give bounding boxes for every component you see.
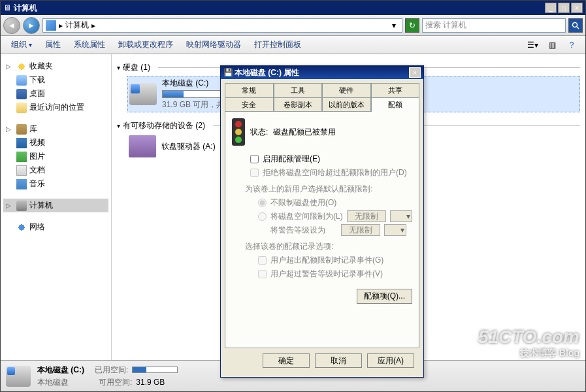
computer-icon [46, 20, 56, 31]
address-dropdown[interactable]: ▾ [389, 21, 399, 30]
music-icon [16, 179, 27, 189]
network-icon [16, 222, 27, 233]
properties-menu[interactable]: 属性 [40, 37, 66, 53]
cancel-button[interactable]: 取消 [315, 353, 362, 368]
sidebar-libraries[interactable]: ▷库 [3, 122, 108, 136]
refresh-button[interactable]: ↻ [405, 18, 419, 33]
chevron-down-icon: ▾ [117, 64, 120, 71]
log-warning-checkbox: 用户超过警告等级时记录事件(V) [258, 269, 412, 280]
library-icon [16, 124, 27, 135]
checkbox [258, 270, 267, 278]
video-icon [16, 138, 27, 148]
warning-unit-dropdown: ▾ [384, 224, 406, 236]
status-value: 磁盘配额已被禁用 [273, 127, 336, 138]
download-icon [16, 75, 27, 86]
minimize-button[interactable]: _ [545, 3, 557, 13]
radio [258, 199, 267, 207]
sidebar-favorites[interactable]: ▷收藏夹 [3, 59, 108, 73]
floppy-icon [129, 135, 156, 157]
sidebar-downloads[interactable]: 下载 [3, 73, 108, 87]
star-icon [16, 61, 27, 72]
sidebar-network[interactable]: 网络 [3, 220, 108, 234]
close-button[interactable]: × [571, 3, 583, 13]
help-button[interactable]: ? [564, 38, 579, 52]
quota-status: 状态: 磁盘配额已被禁用 [232, 118, 412, 146]
sidebar-pictures[interactable]: 图片 [3, 150, 108, 163]
sidebar-music[interactable]: 音乐 [3, 177, 108, 191]
ok-button[interactable]: 确定 [263, 353, 310, 368]
tab-content-quota: 状态: 磁盘配额已被禁用 启用配额管理(E) 拒绝将磁盘空间给超过配额限制的用户… [225, 111, 419, 348]
address-arrow: ▸ [59, 21, 63, 30]
desktop-icon [16, 89, 27, 99]
address-arrow: ▸ [91, 21, 95, 30]
map-drive-menu[interactable]: 映射网络驱动器 [181, 37, 246, 53]
radio-limit-row: 将磁盘空间限制为(L) 无限制 ▾ [258, 210, 412, 222]
uninstall-menu[interactable]: 卸载或更改程序 [113, 37, 178, 53]
tab-tools[interactable]: 工具 [274, 83, 323, 97]
dialog-titlebar: 💾 本地磁盘 (C:) 属性 × [221, 66, 423, 79]
tab-previous-versions[interactable]: 以前的版本 [322, 97, 371, 112]
sidebar-recent[interactable]: 最近访问的位置 [3, 101, 108, 114]
drive-icon: 💾 [223, 68, 233, 77]
traffic-light-icon [232, 118, 245, 146]
checkbox[interactable] [250, 155, 259, 163]
radio [258, 212, 267, 221]
tab-quota[interactable]: 配额 [371, 97, 420, 112]
enable-quota-checkbox[interactable]: 启用配额管理(E) [250, 154, 412, 165]
search-button[interactable] [568, 18, 583, 33]
chevron-down-icon: ▾ [117, 122, 120, 129]
system-properties-menu[interactable]: 系统属性 [69, 37, 110, 53]
dialog-buttons: 确定 取消 应用(A) [225, 348, 419, 373]
usage-bar [132, 367, 178, 373]
maximize-button[interactable]: □ [558, 3, 570, 13]
limit-unit-dropdown: ▾ [390, 210, 412, 222]
navigation-pane: ▷收藏夹 下载 桌面 最近访问的位置 ▷库 视频 图片 文档 音乐 ▷计算机 网… [1, 54, 112, 360]
tab-hardware[interactable]: 硬件 [322, 83, 371, 97]
warning-value-input: 无限制 [341, 224, 380, 236]
limit-value-input: 无限制 [347, 210, 386, 222]
view-options-button[interactable]: ☰▾ [525, 38, 540, 52]
sidebar-documents[interactable]: 文档 [3, 163, 108, 177]
status-free-label: 可用空间: [99, 377, 132, 388]
sidebar-desktop[interactable]: 桌面 [3, 87, 108, 101]
status-free-value: 31.9 GB [136, 378, 165, 387]
drive-name: 软盘驱动器 (A:) [161, 141, 216, 152]
computer-icon: 🖥 [3, 3, 11, 12]
radio-unlimited: 不限制磁盘使用(O) [258, 197, 412, 208]
window-title: 计算机 [11, 3, 545, 14]
warning-level-row: 将警告等级设为 无限制 ▾ [258, 224, 412, 236]
titlebar: 🖥 计算机 _ □ × [1, 1, 585, 15]
tab-strip: 常规 工具 硬件 共享 安全 卷影副本 以前的版本 配额 [225, 83, 419, 112]
sidebar-computer[interactable]: ▷计算机 [3, 199, 108, 212]
toolbar: 组织 属性 系统属性 卸载或更改程序 映射网络驱动器 打开控制面板 ☰▾ ▥ ? [1, 36, 585, 54]
svg-point-0 [573, 22, 578, 27]
tab-sharing[interactable]: 共享 [371, 83, 420, 97]
properties-dialog: 💾 本地磁盘 (C:) 属性 × 常规 工具 硬件 共享 安全 卷影副本 以前的… [220, 65, 424, 378]
hdd-icon [129, 83, 157, 105]
forward-button[interactable]: ► [23, 17, 40, 34]
sidebar-videos[interactable]: 视频 [3, 136, 108, 150]
log-exceed-checkbox: 用户超出配额限制时记录事件(G) [258, 255, 412, 266]
tab-general[interactable]: 常规 [225, 83, 274, 97]
deny-over-checkbox: 拒绝将磁盘空间给超过配额限制的用户(D) [250, 167, 412, 178]
preview-pane-button[interactable]: ▥ [545, 38, 559, 52]
back-button[interactable]: ◄ [3, 17, 20, 34]
control-panel-menu[interactable]: 打开控制面板 [249, 37, 306, 53]
hdd-icon [6, 366, 31, 387]
quota-entries-button[interactable]: 配额项(Q)... [357, 289, 412, 304]
tab-security[interactable]: 安全 [225, 97, 274, 112]
search-icon [572, 22, 579, 29]
apply-button[interactable]: 应用(A) [367, 353, 414, 368]
search-input[interactable]: 搜索 计算机 [422, 18, 566, 33]
organize-menu[interactable]: 组织 [6, 37, 37, 53]
checkbox [258, 256, 267, 265]
tab-shadow-copies[interactable]: 卷影副本 [274, 97, 323, 112]
address-bar[interactable]: ▸ 计算机 ▸ ▾ [42, 18, 402, 33]
address-text: 计算机 [65, 20, 89, 31]
default-limit-label: 为该卷上的新用户选择默认配额限制: [245, 184, 412, 195]
search-placeholder: 搜索 计算机 [425, 20, 466, 31]
recent-icon [16, 103, 27, 113]
dialog-close-button[interactable]: × [409, 67, 421, 78]
dialog-title: 本地磁盘 (C:) 属性 [233, 67, 409, 78]
status-label: 状态: [250, 127, 268, 138]
